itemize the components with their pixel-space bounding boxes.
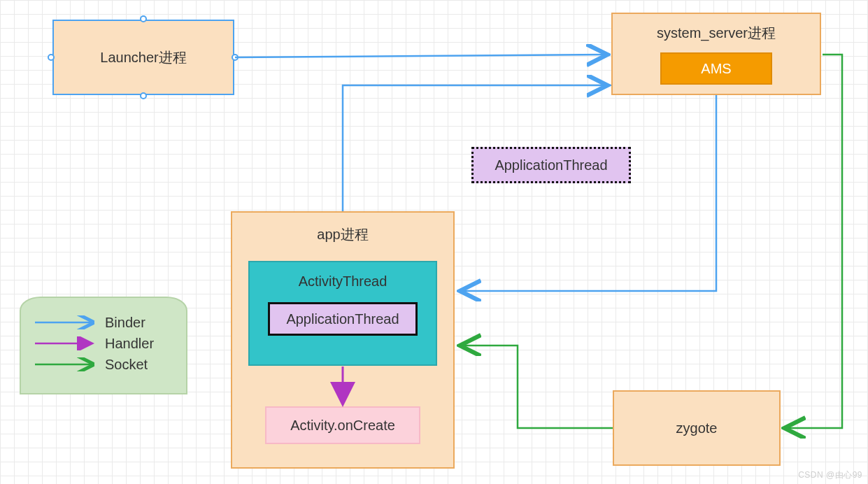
legend-arrow-binder	[34, 315, 97, 329]
node-system-server-label: system_server进程	[657, 24, 776, 43]
node-activity-oncreate[interactable]: Activity.onCreate	[265, 406, 420, 444]
legend-row-binder: Binder	[34, 312, 173, 333]
node-activity-thread[interactable]: ActivityThread ApplicationThread	[248, 261, 437, 366]
edge-zygote-to-app	[462, 346, 613, 428]
node-application-thread-floating[interactable]: ApplicationThread	[471, 147, 631, 183]
edge-systemserver-to-app	[462, 95, 716, 291]
node-system-server[interactable]: system_server进程 AMS	[611, 13, 821, 95]
node-zygote[interactable]: zygote	[613, 390, 781, 466]
node-application-thread-inner[interactable]: ApplicationThread	[268, 302, 418, 336]
legend-label-socket: Socket	[105, 357, 148, 373]
node-ams-label: AMS	[701, 61, 731, 77]
node-launcher[interactable]: Launcher进程	[52, 20, 234, 95]
node-app-process[interactable]: app进程 ActivityThread ApplicationThread A…	[231, 211, 455, 469]
selection-handle[interactable]	[140, 92, 147, 99]
legend-arrow-handler	[34, 336, 97, 350]
selection-handle[interactable]	[140, 15, 147, 22]
selection-handle[interactable]	[48, 54, 55, 61]
legend-row-socket: Socket	[34, 354, 173, 375]
edge-launcher-to-systemserver	[235, 55, 606, 57]
node-activity-thread-label: ActivityThread	[299, 273, 387, 290]
node-app-process-label: app进程	[317, 225, 368, 244]
node-activity-oncreate-label: Activity.onCreate	[290, 418, 395, 434]
watermark: CSDN @由心99	[798, 469, 862, 481]
legend-label-binder: Binder	[105, 315, 145, 331]
node-application-thread-floating-label: ApplicationThread	[495, 157, 607, 173]
node-zygote-label: zygote	[676, 420, 718, 436]
legend-arrow-socket	[34, 357, 97, 371]
edge-systemserver-to-zygote	[786, 55, 842, 428]
node-application-thread-inner-label: ApplicationThread	[286, 311, 399, 327]
node-ams[interactable]: AMS	[660, 52, 772, 85]
legend-row-handler: Handler	[34, 333, 173, 354]
selection-handle[interactable]	[232, 54, 239, 61]
diagram-canvas: Launcher进程 system_server进程 AMS Applicati…	[0, 0, 868, 484]
legend-box: Binder Handler Socket	[20, 297, 187, 394]
node-launcher-label: Launcher进程	[100, 48, 186, 67]
legend-label-handler: Handler	[105, 336, 154, 352]
